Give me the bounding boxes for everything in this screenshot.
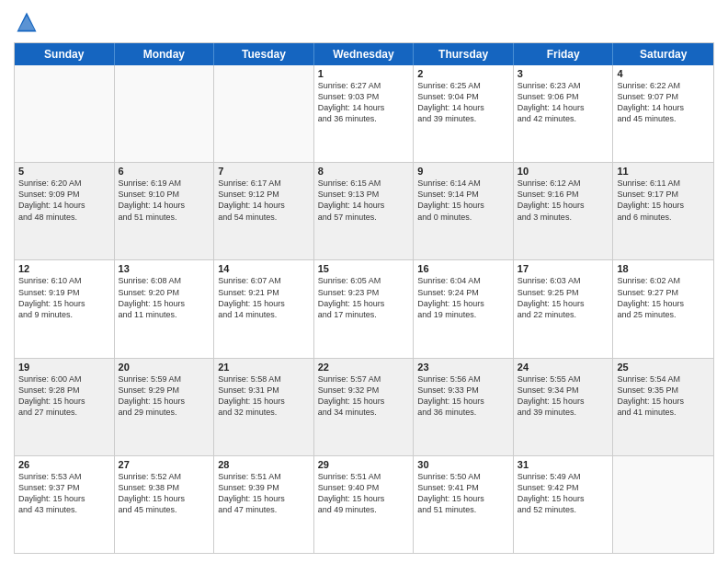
cell-info-line: Sunrise: 6:05 AM	[318, 275, 410, 286]
cell-info-line: Sunrise: 6:15 AM	[318, 178, 410, 189]
calendar-day-3: 3Sunrise: 6:23 AMSunset: 9:06 PMDaylight…	[514, 65, 614, 162]
cell-info-line: and 32 minutes.	[218, 407, 310, 418]
cell-info-line: Sunrise: 5:54 AM	[617, 373, 710, 385]
cell-info-line: Daylight: 15 hours	[119, 493, 210, 504]
cell-info-line: Daylight: 15 hours	[218, 396, 310, 407]
cell-info-line: Sunrise: 6:03 AM	[518, 275, 609, 286]
cell-info-line: Daylight: 15 hours	[318, 298, 410, 309]
weekday-header-wednesday: Wednesday	[314, 43, 415, 65]
day-number: 21	[218, 362, 310, 373]
day-number: 22	[318, 362, 410, 373]
cell-info-line: Daylight: 14 hours	[18, 200, 110, 211]
cell-info-line: and 36 minutes.	[417, 407, 509, 418]
cell-info-line: Sunset: 9:29 PM	[119, 385, 210, 396]
cell-info-line: Sunset: 9:37 PM	[18, 482, 110, 493]
calendar-day-16: 16Sunrise: 6:04 AMSunset: 9:24 PMDayligh…	[414, 260, 514, 357]
calendar-body: 1Sunrise: 6:27 AMSunset: 9:03 PMDaylight…	[15, 65, 713, 553]
cell-info-line: Sunrise: 6:12 AM	[518, 178, 609, 189]
calendar-day-26: 26Sunrise: 5:53 AMSunset: 9:37 PMDayligh…	[15, 456, 115, 553]
cell-info-line: Sunset: 9:33 PM	[417, 385, 509, 396]
calendar-day-30: 30Sunrise: 5:50 AMSunset: 9:41 PMDayligh…	[414, 456, 514, 553]
cell-info-line: Sunrise: 5:53 AM	[18, 471, 110, 482]
cell-info-line: Daylight: 15 hours	[617, 396, 710, 407]
calendar-day-27: 27Sunrise: 5:52 AMSunset: 9:38 PMDayligh…	[115, 456, 215, 553]
cell-info-line: Sunset: 9:27 PM	[617, 287, 710, 298]
calendar-day-7: 7Sunrise: 6:17 AMSunset: 9:12 PMDaylight…	[214, 163, 314, 259]
cell-info-line: Sunrise: 5:56 AM	[417, 373, 509, 385]
calendar-row-3: 19Sunrise: 6:00 AMSunset: 9:28 PMDayligh…	[15, 359, 713, 456]
cell-info-line: Daylight: 15 hours	[417, 493, 509, 504]
cell-info-line: Sunset: 9:21 PM	[218, 287, 310, 298]
day-number: 13	[119, 263, 210, 274]
cell-info-line: Daylight: 14 hours	[318, 200, 410, 211]
calendar-day-9: 9Sunrise: 6:14 AMSunset: 9:14 PMDaylight…	[414, 163, 514, 259]
cell-info-line: Sunset: 9:38 PM	[119, 482, 210, 493]
calendar-day-21: 21Sunrise: 5:58 AMSunset: 9:31 PMDayligh…	[214, 359, 314, 455]
cell-info-line: Daylight: 15 hours	[18, 298, 110, 309]
cell-info-line: and 39 minutes.	[417, 113, 509, 124]
cell-info-line: Sunset: 9:03 PM	[318, 91, 410, 102]
cell-info-line: Sunset: 9:28 PM	[18, 385, 110, 396]
cell-info-line: and 36 minutes.	[318, 113, 410, 124]
calendar-row-2: 12Sunrise: 6:10 AMSunset: 9:19 PMDayligh…	[15, 260, 713, 358]
cell-info-line: Sunset: 9:14 PM	[417, 189, 509, 200]
cell-info-line: Sunset: 9:39 PM	[218, 482, 310, 493]
cell-info-line: Sunrise: 6:25 AM	[417, 80, 509, 91]
cell-info-line: and 9 minutes.	[18, 309, 110, 320]
calendar-day-29: 29Sunrise: 5:51 AMSunset: 9:40 PMDayligh…	[314, 456, 415, 553]
calendar: SundayMondayTuesdayWednesdayThursdayFrid…	[14, 42, 714, 554]
cell-info-line: Sunset: 9:16 PM	[518, 189, 609, 200]
cell-info-line: Daylight: 14 hours	[119, 200, 210, 211]
weekday-header-tuesday: Tuesday	[214, 43, 314, 65]
calendar-day-11: 11Sunrise: 6:11 AMSunset: 9:17 PMDayligh…	[613, 163, 713, 259]
day-number: 8	[318, 166, 410, 177]
cell-info-line: and 19 minutes.	[417, 309, 509, 320]
calendar-day-13: 13Sunrise: 6:08 AMSunset: 9:20 PMDayligh…	[115, 260, 215, 357]
calendar-day-empty-4-6	[613, 456, 713, 553]
calendar-header: SundayMondayTuesdayWednesdayThursdayFrid…	[15, 43, 713, 65]
cell-info-line: Sunrise: 5:55 AM	[518, 373, 609, 385]
calendar-day-18: 18Sunrise: 6:02 AMSunset: 9:27 PMDayligh…	[613, 260, 713, 357]
day-number: 9	[417, 166, 509, 177]
day-number: 12	[18, 263, 110, 274]
day-number: 19	[18, 362, 110, 373]
cell-info-line: Sunset: 9:24 PM	[417, 287, 509, 298]
cell-info-line: and 51 minutes.	[417, 504, 509, 515]
cell-info-line: and 3 minutes.	[518, 212, 609, 223]
day-number: 26	[18, 459, 110, 470]
cell-info-line: and 42 minutes.	[518, 113, 609, 124]
cell-info-line: Sunrise: 6:17 AM	[218, 178, 310, 189]
weekday-header-sunday: Sunday	[15, 43, 115, 65]
cell-info-line: and 41 minutes.	[617, 407, 710, 418]
calendar-day-24: 24Sunrise: 5:55 AMSunset: 9:34 PMDayligh…	[514, 359, 614, 455]
cell-info-line: Sunrise: 5:58 AM	[218, 373, 310, 385]
cell-info-line: Daylight: 15 hours	[18, 396, 110, 407]
cell-info-line: Sunset: 9:35 PM	[617, 385, 710, 396]
cell-info-line: and 6 minutes.	[617, 212, 710, 223]
cell-info-line: Sunrise: 6:08 AM	[119, 275, 210, 286]
cell-info-line: Sunrise: 6:02 AM	[617, 275, 710, 286]
cell-info-line: Sunset: 9:04 PM	[417, 91, 509, 102]
calendar-day-28: 28Sunrise: 5:51 AMSunset: 9:39 PMDayligh…	[214, 456, 314, 553]
day-number: 25	[617, 362, 710, 373]
calendar-day-empty-0-1	[115, 65, 215, 162]
day-number: 31	[518, 459, 609, 470]
weekday-header-thursday: Thursday	[414, 43, 514, 65]
cell-info-line: Daylight: 15 hours	[417, 200, 509, 211]
svg-marker-1	[18, 16, 35, 30]
cell-info-line: and 17 minutes.	[318, 309, 410, 320]
cell-info-line: Sunrise: 6:10 AM	[18, 275, 110, 286]
day-number: 23	[417, 362, 509, 373]
day-number: 29	[318, 459, 410, 470]
weekday-header-monday: Monday	[115, 43, 215, 65]
cell-info-line: Daylight: 15 hours	[119, 298, 210, 309]
cell-info-line: Sunrise: 6:00 AM	[18, 373, 110, 385]
cell-info-line: and 34 minutes.	[318, 407, 410, 418]
logo	[14, 9, 43, 35]
calendar-day-25: 25Sunrise: 5:54 AMSunset: 9:35 PMDayligh…	[613, 359, 713, 455]
cell-info-line: Daylight: 14 hours	[417, 102, 509, 113]
cell-info-line: and 47 minutes.	[218, 504, 310, 515]
cell-info-line: Daylight: 15 hours	[417, 298, 509, 309]
calendar-day-4: 4Sunrise: 6:22 AMSunset: 9:07 PMDaylight…	[613, 65, 713, 162]
cell-info-line: Sunrise: 5:59 AM	[119, 373, 210, 385]
